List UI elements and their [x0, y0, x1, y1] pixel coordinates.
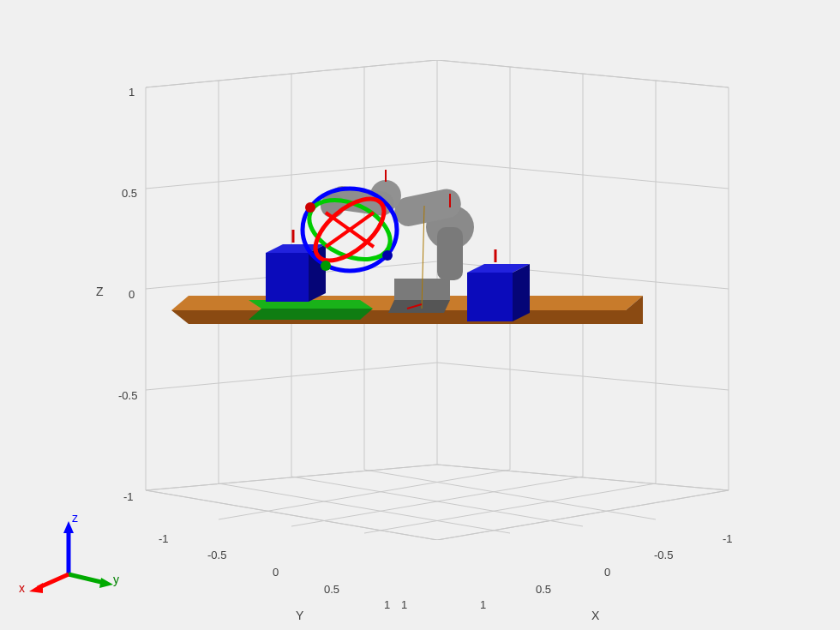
orient-y-label: y: [113, 573, 119, 586]
svg-marker-28: [99, 578, 113, 588]
svg-marker-29: [29, 583, 43, 593]
x-tick: 0: [604, 566, 610, 579]
box-right: [467, 249, 530, 321]
x-tick: 0.5: [536, 583, 551, 596]
y-tick: 1: [401, 598, 407, 611]
y-tick: 0: [273, 566, 279, 579]
scene-svg: [111, 60, 763, 540]
green-slab: [249, 300, 373, 320]
x-tick: 1: [480, 598, 486, 611]
svg-marker-3: [249, 309, 373, 320]
gizmo-handle-blue[interactable]: [382, 250, 393, 261]
view-orientation-widget[interactable]: z y x: [17, 514, 120, 600]
svg-marker-9: [467, 273, 513, 321]
y-tick: -0.5: [207, 549, 226, 561]
svg-rect-16: [437, 227, 463, 280]
x-tick: -0.5: [654, 549, 673, 561]
rotation-gizmo[interactable]: [300, 188, 399, 272]
svg-marker-5: [266, 253, 309, 302]
svg-marker-13: [388, 300, 450, 313]
orientation-svg: [17, 514, 120, 600]
svg-marker-11: [513, 264, 530, 321]
axes-3d[interactable]: [111, 60, 763, 540]
gizmo-handle-green[interactable]: [321, 261, 331, 271]
figure-window: Z 1 0.5 0 -0.5 -1 -1 -0.5 0 0.5 1 1 Y -1…: [0, 0, 840, 630]
y-tick: 1: [384, 598, 390, 611]
y-axis-label: Y: [296, 609, 303, 622]
y-tick: 0.5: [324, 583, 339, 596]
x-axis-label: X: [591, 609, 599, 622]
z-axis-label: Z: [96, 285, 104, 298]
orient-x-label: x: [19, 581, 25, 595]
orient-y-axis: [69, 574, 105, 583]
gizmo-handle-red[interactable]: [305, 202, 315, 213]
orient-z-label: z: [72, 511, 78, 525]
